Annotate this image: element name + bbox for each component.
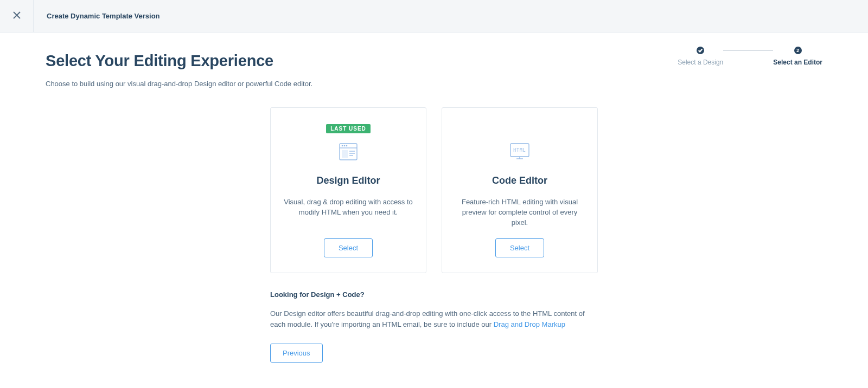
top-bar: Create Dynamic Template Version [0, 0, 868, 33]
close-icon [12, 11, 21, 22]
info-block: Looking for Design + Code? Our Design ed… [270, 290, 598, 363]
svg-point-6 [346, 145, 347, 146]
design-editor-icon [338, 139, 359, 164]
svg-rect-7 [342, 150, 348, 158]
step-select-design[interactable]: Select a Design [678, 47, 723, 66]
stepper: Select a Design 2 Select an Editor [678, 47, 822, 66]
info-heading: Looking for Design + Code? [270, 290, 598, 299]
info-body: Our Design editor offers beautiful drag-… [270, 308, 598, 329]
page-body: Select a Design 2 Select an Editor Selec… [0, 33, 868, 363]
topbar-title: Create Dynamic Template Version [34, 12, 160, 20]
svg-point-5 [344, 145, 344, 146]
page-subtitle: Choose to build using our visual drag-an… [46, 80, 822, 88]
close-button[interactable] [0, 0, 34, 32]
card-title: Design Editor [316, 175, 380, 186]
drag-and-drop-markup-link[interactable]: Drag and Drop Markup [494, 320, 565, 328]
card-title: Code Editor [492, 175, 547, 186]
code-editor-icon: HTML [509, 139, 531, 164]
last-used-badge: LAST USED [326, 124, 371, 133]
svg-text:HTML: HTML [513, 148, 526, 153]
step-select-editor[interactable]: 2 Select an Editor [773, 47, 822, 66]
step-label: Select an Editor [773, 59, 822, 66]
code-editor-card: HTML Code Editor Feature-rich HTML editi… [442, 107, 598, 273]
step-label: Select a Design [678, 59, 723, 66]
select-design-editor-button[interactable]: Select [324, 238, 373, 257]
previous-button[interactable]: Previous [270, 344, 323, 363]
card-description: Visual, drag & drop editing with access … [284, 197, 413, 218]
svg-point-4 [342, 145, 342, 146]
step-current-dot: 2 [794, 47, 802, 54]
editor-cards: LAST USED Design Editor Visual, drag & d… [46, 107, 822, 273]
step-done-dot [697, 47, 704, 54]
card-description: Feature-rich HTML editing with visual pr… [455, 197, 584, 228]
step-connector [723, 50, 773, 51]
design-editor-card: LAST USED Design Editor Visual, drag & d… [270, 107, 426, 273]
select-code-editor-button[interactable]: Select [495, 238, 544, 257]
